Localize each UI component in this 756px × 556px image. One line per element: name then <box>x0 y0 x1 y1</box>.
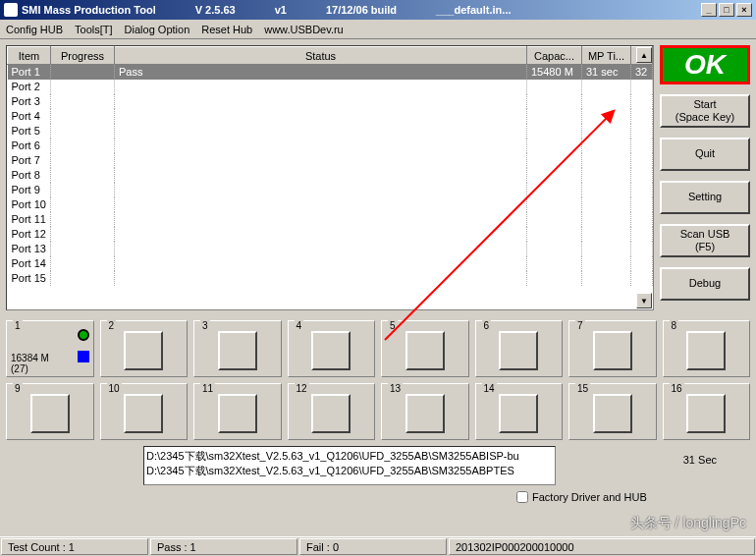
table-row[interactable]: Port 3 <box>8 94 653 109</box>
led-blue-icon <box>78 351 89 362</box>
col-progress[interactable]: Progress <box>51 47 115 65</box>
slot-5: 5 <box>381 320 469 377</box>
slot-11: 11 <box>193 383 282 440</box>
table-row[interactable]: Port 5 <box>8 124 653 139</box>
scroll-down-icon[interactable]: ▼ <box>636 293 652 308</box>
titlebar: SMI Mass Production Tool V 2.5.63 v1 17/… <box>0 0 756 20</box>
slot-6: 6 <box>475 320 564 377</box>
menubar: Config HUB Tools[T] Dialog Option Reset … <box>0 20 756 39</box>
status-ok-badge: OK <box>660 45 750 84</box>
slot-16: 16 <box>663 383 751 440</box>
status-test-count: Test Count : 1 <box>1 538 148 555</box>
table-row[interactable]: Port 13 <box>8 242 653 256</box>
table-row[interactable]: Port 4 <box>8 109 653 124</box>
slot-button[interactable] <box>30 394 70 433</box>
table-row[interactable]: Port 2 <box>8 80 653 94</box>
table-row[interactable]: Port 10 <box>8 197 653 212</box>
maximize-button[interactable]: □ <box>719 3 734 17</box>
watermark: 头条号 / longlingPc <box>630 515 746 532</box>
title-build: 17/12/06 build <box>326 4 397 16</box>
table-row[interactable]: Port 11 <box>8 212 653 227</box>
slot-button[interactable] <box>311 331 351 370</box>
slot-14: 14 <box>475 383 564 440</box>
menu-tools[interactable]: Tools[T] <box>75 24 113 35</box>
col-mptime[interactable]: MP Ti... <box>582 47 631 65</box>
menu-dialog-option[interactable]: Dialog Option <box>125 24 190 35</box>
slot-9: 9 <box>6 383 94 440</box>
setting-button[interactable]: Setting <box>660 181 750 214</box>
debug-button[interactable]: Debug <box>660 267 750 301</box>
table-row[interactable]: Port 12 <box>8 227 653 242</box>
table-row[interactable]: Port 8 <box>8 168 653 183</box>
col-item[interactable]: Item <box>8 47 51 65</box>
title-app: SMI Mass Production Tool <box>22 4 156 16</box>
table-row[interactable]: Port 6 <box>8 139 653 153</box>
status-fail: Fail : 0 <box>299 538 447 555</box>
minimize-button[interactable]: _ <box>701 3 717 17</box>
slot-8: 8 <box>663 320 751 377</box>
slot-15: 15 <box>568 383 657 440</box>
slot-button[interactable] <box>593 331 632 370</box>
slot-button[interactable] <box>593 394 632 433</box>
scan-usb-button[interactable]: Scan USB(F5) <box>660 224 750 257</box>
slot-12: 12 <box>288 383 376 440</box>
table-row[interactable]: Port 7 <box>8 153 653 168</box>
title-config: ___default.in... <box>436 4 511 16</box>
ports-table: Item Progress Status Capac... MP Ti... 3… <box>6 45 654 310</box>
app-icon <box>4 3 18 17</box>
slot-button[interactable] <box>499 331 538 370</box>
slot-3: 3 <box>193 320 282 377</box>
slot-button[interactable] <box>218 331 257 370</box>
slot-button[interactable] <box>499 394 538 433</box>
quit-button[interactable]: Quit <box>660 138 750 171</box>
led-green-icon <box>78 329 89 341</box>
table-row[interactable]: Port 15 <box>8 271 653 286</box>
firmware-path-list[interactable]: D:\2345下载\sm32Xtest_V2.5.63_v1_Q1206\UFD… <box>143 446 556 485</box>
slot-1: 116384 M(27) <box>6 320 94 377</box>
status-pass: Pass : 1 <box>150 538 297 555</box>
menu-reset-hub[interactable]: Reset Hub <box>201 24 252 35</box>
slot-button[interactable] <box>218 394 257 433</box>
slot-button[interactable] <box>686 394 726 433</box>
slot-4: 4 <box>288 320 376 377</box>
status-serial: 201302IP000200010000 <box>449 538 755 555</box>
slot-button[interactable] <box>405 331 445 370</box>
slot-button[interactable] <box>124 394 163 433</box>
statusbar: Test Count : 1 Pass : 1 Fail : 0 201302I… <box>0 536 756 556</box>
elapsed-timer: 31 Sec <box>683 454 717 466</box>
menu-link[interactable]: www.USBDev.ru <box>264 24 343 35</box>
slot-button[interactable] <box>311 394 351 433</box>
title-rev: v1 <box>275 4 287 16</box>
slot-7: 7 <box>568 320 657 377</box>
col-status[interactable]: Status <box>115 47 527 65</box>
menu-config-hub[interactable]: Config HUB <box>6 24 63 35</box>
table-row[interactable]: Port 14 <box>8 256 653 271</box>
close-button[interactable]: × <box>736 3 752 17</box>
start-button[interactable]: Start(Space Key) <box>660 94 750 128</box>
slot-button[interactable] <box>405 394 445 433</box>
slot-10: 10 <box>100 383 189 440</box>
slot-button[interactable] <box>124 331 163 370</box>
title-version: V 2.5.63 <box>195 4 236 16</box>
slot-button[interactable] <box>686 331 726 370</box>
slot-2: 2 <box>100 320 189 377</box>
table-row[interactable]: Port 9 <box>8 183 653 197</box>
table-row[interactable]: Port 1Pass15480 M31 sec32 <box>8 65 653 80</box>
factory-driver-checkbox[interactable]: Factory Driver and HUB <box>516 491 750 503</box>
col-capacity[interactable]: Capac... <box>527 47 582 65</box>
scroll-up-icon[interactable]: ▲ <box>636 47 652 63</box>
slot-13: 13 <box>381 383 469 440</box>
